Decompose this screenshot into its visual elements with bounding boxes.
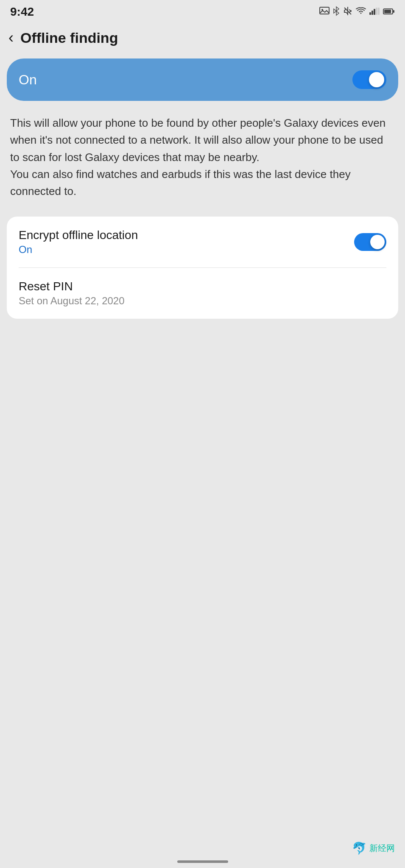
mute-icon [343,6,352,18]
toggle-track [352,70,386,89]
svg-rect-7 [378,8,380,15]
svg-rect-6 [376,8,377,15]
svg-rect-9 [384,10,391,13]
back-button[interactable]: ‹ [8,29,14,47]
reset-pin-date: Set on August 22, 2020 [19,295,386,307]
toolbar: ‹ Offline finding [0,22,405,55]
svg-rect-10 [393,10,394,13]
toggle-thumb [369,72,384,87]
bluetooth-icon [333,6,340,18]
page-title: Offline finding [20,30,118,46]
main-toggle-card[interactable]: On [7,58,398,101]
encrypt-offline-location-title: Encrypt offline location [19,228,354,242]
signal-icon [369,7,380,17]
description-section: This will allow your phone to be found b… [0,101,405,213]
watermark-text: 新经网 [369,843,395,854]
encrypt-offline-location-status: On [19,244,354,256]
reset-pin-title: Reset PIN [19,280,386,293]
encrypt-toggle-thumb [370,235,385,249]
watermark: 🐬 新经网 [352,841,395,855]
reset-pin-item[interactable]: Reset PIN Set on August 22, 2020 [7,268,398,319]
main-toggle-label: On [19,72,37,88]
wifi-icon [356,7,366,17]
encrypt-toggle-track [354,233,386,251]
reset-pin-left: Reset PIN Set on August 22, 2020 [19,280,386,307]
svg-rect-5 [374,9,375,15]
status-bar: 9:42 [0,0,405,22]
home-indicator [177,860,228,863]
battery-icon [383,7,395,17]
svg-rect-3 [369,12,371,15]
encrypt-toggle-switch[interactable] [354,233,386,251]
svg-rect-0 [320,7,329,14]
watermark-logo: 🐬 [352,841,367,855]
main-toggle-switch[interactable] [352,70,386,89]
status-icons [319,6,395,18]
encrypt-offline-location-item[interactable]: Encrypt offline location On [7,217,398,267]
status-time: 9:42 [10,5,34,19]
image-icon [319,7,330,17]
description-text: This will allow your phone to be found b… [10,117,385,198]
svg-rect-4 [371,11,373,15]
encrypt-offline-location-left: Encrypt offline location On [19,228,354,256]
settings-card: Encrypt offline location On Reset PIN Se… [7,217,398,319]
